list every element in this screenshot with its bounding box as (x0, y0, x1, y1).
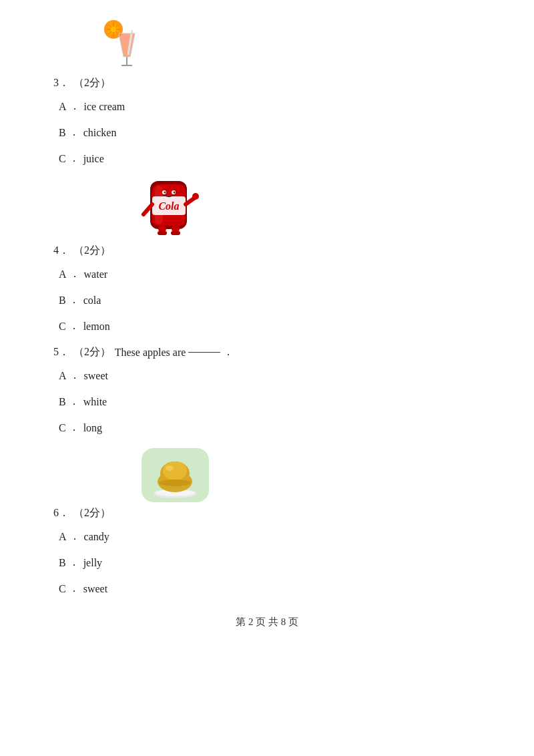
q4-option-c[interactable]: C ． lemon (59, 319, 481, 333)
q5-c-letter: C (59, 422, 66, 434)
svg-point-25 (192, 193, 199, 200)
q6-c-letter: C (59, 583, 66, 595)
q3-option-b[interactable]: B ． chicken (59, 126, 481, 140)
q3-c-letter: C (59, 153, 66, 165)
jelly-image (140, 447, 210, 504)
q5-blank (188, 352, 220, 353)
q4-num: 4． (53, 244, 69, 258)
svg-rect-22 (171, 231, 180, 235)
question-3-line: 3． （2分） (53, 76, 481, 90)
svg-point-37 (159, 480, 191, 486)
question-5-line: 5． （2分） These apples are ． (53, 345, 481, 359)
footer-text: 第 2 页 共 8 页 (236, 616, 298, 627)
q3-c-text: juice (83, 153, 104, 165)
q4-c-text: lemon (83, 321, 110, 333)
question-4: Cola 4． （2分） A ． (53, 178, 481, 333)
question-4-line: 4． （2分） (53, 244, 481, 258)
question-5: 5． （2分） These apples are ． A ． sweet B ．… (53, 345, 481, 435)
q5-num: 5． (53, 345, 69, 359)
q6-num: 6． (53, 506, 69, 520)
q3-b-text: chicken (83, 127, 117, 139)
q5-option-a[interactable]: A ． sweet (59, 369, 481, 383)
page-footer: 第 2 页 共 8 页 (53, 616, 481, 628)
q3-points: （2分） (73, 76, 111, 90)
q5-b-letter: B (59, 396, 66, 408)
q4-b-text: cola (83, 295, 101, 307)
svg-point-6 (111, 27, 116, 32)
question-6-line: 6． （2分） (53, 506, 481, 520)
q4-option-a[interactable]: A ． water (59, 267, 481, 281)
q5-b-text: white (83, 396, 107, 408)
q3-b-letter: B (59, 127, 66, 139)
q6-b-letter: B (59, 557, 66, 569)
q5-points: （2分） (73, 345, 111, 359)
q4-a-text: water (84, 268, 108, 280)
q5-option-c[interactable]: C ． long (59, 421, 481, 435)
q6-b-text: jelly (83, 557, 102, 569)
q5-text: These apples are (112, 347, 186, 359)
q4-b-letter: B (59, 295, 66, 307)
q3-option-c[interactable]: C ． juice (59, 152, 481, 166)
svg-text:Cola: Cola (158, 200, 179, 212)
cola-image: Cola (140, 178, 204, 241)
q6-a-text: candy (84, 531, 109, 543)
juice-image (93, 20, 150, 73)
q3-a-letter: A (59, 101, 67, 113)
q6-points: （2分） (73, 506, 111, 520)
q4-points: （2分） (73, 244, 111, 258)
q6-option-c[interactable]: C ． sweet (59, 582, 481, 596)
svg-point-28 (164, 192, 166, 194)
q3-option-a[interactable]: A ． ice cream (59, 100, 481, 114)
svg-point-35 (163, 461, 187, 480)
question-6: 6． （2分） A ． candy B ． jelly C ． sweet (53, 447, 481, 596)
q6-option-b[interactable]: B ． jelly (59, 556, 481, 570)
q5-option-b[interactable]: B ． white (59, 395, 481, 409)
q6-c-text: sweet (83, 583, 107, 595)
q5-a-text: sweet (84, 370, 108, 382)
q5-c-text: long (83, 422, 102, 434)
q5-a-letter: A (59, 370, 67, 382)
svg-point-36 (166, 465, 174, 471)
q4-c-letter: C (59, 321, 66, 333)
page-content: 3． （2分） A ． ice cream B ． chicken C ． ju… (0, 0, 534, 669)
question-3: 3． （2分） A ． ice cream B ． chicken C ． ju… (53, 20, 481, 166)
svg-point-29 (174, 192, 176, 194)
q3-a-text: ice cream (84, 101, 125, 113)
q6-option-a[interactable]: A ． candy (59, 530, 481, 544)
q4-a-letter: A (59, 268, 67, 280)
q6-a-letter: A (59, 531, 67, 543)
q3-num: 3． (53, 76, 69, 90)
svg-rect-21 (158, 231, 167, 235)
q4-option-b[interactable]: B ． cola (59, 293, 481, 307)
